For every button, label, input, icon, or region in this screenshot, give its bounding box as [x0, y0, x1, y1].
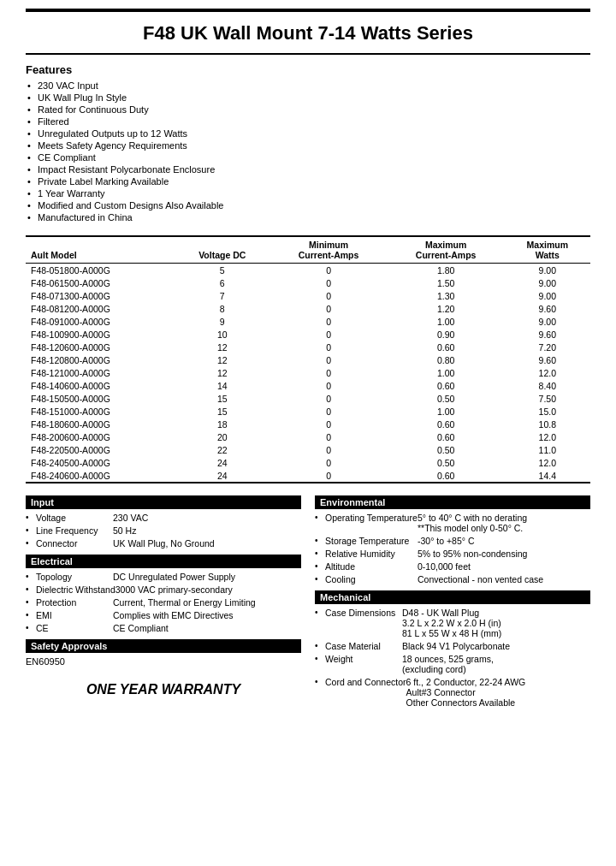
table-row: F48-200600-A000G 20 0 0.60 12.0 — [26, 430, 590, 443]
electrical-list: •TopologyDC Unregulated Power Supply•Die… — [26, 570, 301, 634]
cell-model: F48-240600-A000G — [26, 469, 175, 482]
table-row: F48-240600-A000G 24 0 0.60 14.4 — [26, 469, 590, 482]
cell-max-watts: 9.60 — [505, 302, 590, 315]
features-section: Features 230 VAC InputUK Wall Plug In St… — [26, 63, 590, 223]
col-model: Ault Model — [26, 236, 175, 264]
table-row: F48-220500-A000G 22 0 0.50 11.0 — [26, 443, 590, 456]
spec-value: Complies with EMC Directives — [113, 610, 301, 620]
spec-value: 5% to 95% non-condensing — [418, 549, 590, 559]
col-max-current: MaximumCurrent-Amps — [388, 236, 505, 264]
cell-max-watts: 8.40 — [505, 379, 590, 392]
cell-min-current: 0 — [270, 328, 388, 341]
bullet: • — [26, 538, 36, 548]
spec-item: •Line Frequency50 Hz — [26, 524, 301, 537]
spec-label: Weight — [325, 654, 402, 664]
bullet: • — [26, 597, 36, 607]
spec-label: Dielectric Withstand — [36, 584, 116, 595]
bullet: • — [315, 641, 325, 650]
cell-model: F48-200600-A000G — [26, 430, 175, 443]
feature-item: Meets Safety Agency Requirements — [26, 139, 590, 151]
cell-max-current: 1.00 — [388, 315, 505, 328]
bullet: • — [26, 525, 36, 535]
spec-item: •Operating Temperature5° to 40° C with n… — [315, 511, 590, 534]
feature-item: 1 Year Warranty — [26, 187, 590, 199]
cell-model: F48-121000-A000G — [26, 366, 175, 379]
mechanical-header: Mechanical — [315, 590, 590, 604]
cell-max-watts: 15.0 — [505, 405, 590, 418]
spec-label: Topology — [36, 572, 113, 582]
table-row: F48-100900-A000G 10 0 0.90 9.60 — [26, 328, 590, 341]
spec-label: Case Material — [325, 641, 402, 651]
spec-value: UK Wall Plug, No Ground — [113, 538, 301, 549]
spec-value: 50 Hz — [113, 525, 301, 536]
spec-item: •Weight18 ounces, 525 grams,(excluding c… — [315, 652, 590, 675]
spec-value: Black 94 V1 Polycarbonate — [402, 641, 590, 651]
bullet: • — [315, 608, 325, 617]
table-row: F48-150500-A000G 15 0 0.50 7.50 — [26, 392, 590, 405]
product-table-wrapper: Ault Model Voltage DC MinimumCurrent-Amp… — [26, 235, 590, 483]
spec-value: -30° to +85° C — [418, 536, 590, 546]
cell-min-current: 0 — [270, 289, 388, 302]
warranty-text: ONE YEAR WARRANTY — [26, 682, 301, 697]
spec-item: •Dielectric Withstand3000 VAC primary-se… — [26, 583, 301, 596]
cell-model: F48-100900-A000G — [26, 328, 175, 341]
feature-item: Rated for Continuous Duty — [26, 104, 590, 116]
cell-max-watts: 9.00 — [505, 276, 590, 289]
cell-voltage: 24 — [175, 469, 270, 482]
product-table: Ault Model Voltage DC MinimumCurrent-Amp… — [26, 235, 590, 482]
main-content: Features 230 VAC InputUK Wall Plug In St… — [0, 63, 616, 714]
table-row: F48-120800-A000G 12 0 0.80 9.60 — [26, 353, 590, 366]
bullet: • — [26, 584, 36, 594]
feature-item: Impact Resistant Polycarbonate Enclosure — [26, 163, 590, 175]
electrical-header: Electrical — [26, 555, 301, 568]
cell-model: F48-180600-A000G — [26, 418, 175, 430]
cell-model: F48-140600-A000G — [26, 379, 175, 392]
cell-max-current: 0.80 — [388, 353, 505, 366]
cell-max-current: 1.80 — [388, 264, 505, 277]
spec-left-col: Input •Voltage230 VAC•Line Frequency50 H… — [26, 495, 301, 714]
cell-min-current: 0 — [270, 443, 388, 456]
col-voltage: Voltage DC — [175, 236, 270, 264]
spec-label: EMI — [36, 610, 113, 620]
col-max-watts: MaximumWatts — [505, 236, 590, 264]
bullet: • — [315, 561, 325, 571]
spec-label: Line Frequency — [36, 525, 113, 536]
feature-item: Manufactured in China — [26, 211, 590, 223]
spec-item: •Cord and Connector6 ft., 2 Conductor, 2… — [315, 675, 590, 709]
bullet: • — [26, 623, 36, 632]
cell-max-current: 0.50 — [388, 456, 505, 469]
cell-min-current: 0 — [270, 456, 388, 469]
environmental-list: •Operating Temperature5° to 40° C with n… — [315, 511, 590, 585]
cell-voltage: 12 — [175, 341, 270, 353]
table-row: F48-081200-A000G 8 0 1.20 9.60 — [26, 302, 590, 315]
spec-label: Voltage — [36, 513, 113, 523]
page-title: F48 UK Wall Mount 7-14 Watts Series — [0, 12, 616, 53]
cell-voltage: 22 — [175, 443, 270, 456]
spec-label: Protection — [36, 597, 113, 608]
table-row: F48-140600-A000G 14 0 0.60 8.40 — [26, 379, 590, 392]
feature-item: Private Label Marking Available — [26, 175, 590, 187]
spec-value: D48 - UK Wall Plug3.2 L x 2.2 W x 2.0 H … — [402, 608, 590, 638]
cell-max-watts: 12.0 — [505, 456, 590, 469]
spec-item: •Relative Humidity5% to 95% non-condensi… — [315, 547, 590, 560]
spec-value: CE Compliant — [113, 623, 301, 633]
spec-label: Operating Temperature — [325, 513, 418, 523]
cell-min-current: 0 — [270, 379, 388, 392]
cell-max-watts: 9.00 — [505, 289, 590, 302]
features-heading: Features — [26, 63, 590, 76]
cell-min-current: 0 — [270, 405, 388, 418]
cell-max-current: 0.60 — [388, 469, 505, 482]
cell-max-watts: 14.4 — [505, 469, 590, 482]
cell-min-current: 0 — [270, 469, 388, 482]
bullet: • — [26, 513, 36, 522]
spec-label: Cooling — [325, 574, 418, 584]
cell-voltage: 15 — [175, 392, 270, 405]
spec-item: •Case DimensionsD48 - UK Wall Plug3.2 L … — [315, 606, 590, 639]
cell-voltage: 8 — [175, 302, 270, 315]
cell-max-watts: 9.60 — [505, 353, 590, 366]
spec-item: •Case MaterialBlack 94 V1 Polycarbonate — [315, 639, 590, 652]
spec-label: Relative Humidity — [325, 549, 418, 559]
table-row: F48-091000-A000G 9 0 1.00 9.00 — [26, 315, 590, 328]
mechanical-list: •Case DimensionsD48 - UK Wall Plug3.2 L … — [315, 606, 590, 709]
cell-max-current: 0.50 — [388, 392, 505, 405]
